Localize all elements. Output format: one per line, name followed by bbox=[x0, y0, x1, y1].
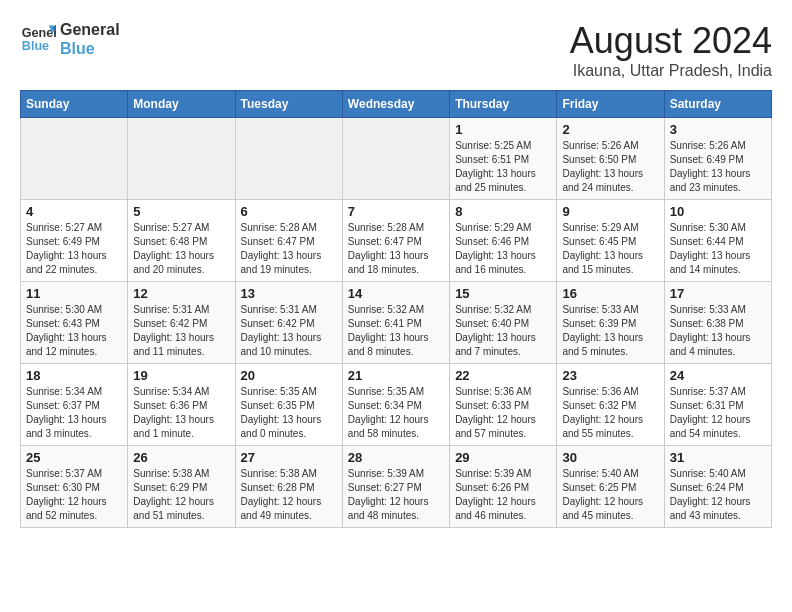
calendar-cell bbox=[128, 118, 235, 200]
day-number: 12 bbox=[133, 286, 229, 301]
logo-icon: General Blue bbox=[20, 21, 56, 57]
header-thursday: Thursday bbox=[450, 91, 557, 118]
day-number: 18 bbox=[26, 368, 122, 383]
calendar-cell: 16Sunrise: 5:33 AMSunset: 6:39 PMDayligh… bbox=[557, 282, 664, 364]
calendar-cell: 18Sunrise: 5:34 AMSunset: 6:37 PMDayligh… bbox=[21, 364, 128, 446]
day-info: Sunrise: 5:31 AMSunset: 6:42 PMDaylight:… bbox=[133, 303, 229, 359]
day-number: 9 bbox=[562, 204, 658, 219]
day-info: Sunrise: 5:28 AMSunset: 6:47 PMDaylight:… bbox=[241, 221, 337, 277]
calendar-cell: 11Sunrise: 5:30 AMSunset: 6:43 PMDayligh… bbox=[21, 282, 128, 364]
calendar-cell: 20Sunrise: 5:35 AMSunset: 6:35 PMDayligh… bbox=[235, 364, 342, 446]
calendar-cell: 14Sunrise: 5:32 AMSunset: 6:41 PMDayligh… bbox=[342, 282, 449, 364]
day-info: Sunrise: 5:26 AMSunset: 6:50 PMDaylight:… bbox=[562, 139, 658, 195]
calendar-cell bbox=[342, 118, 449, 200]
calendar-cell bbox=[21, 118, 128, 200]
calendar-cell: 8Sunrise: 5:29 AMSunset: 6:46 PMDaylight… bbox=[450, 200, 557, 282]
calendar-cell: 26Sunrise: 5:38 AMSunset: 6:29 PMDayligh… bbox=[128, 446, 235, 528]
day-number: 6 bbox=[241, 204, 337, 219]
day-info: Sunrise: 5:26 AMSunset: 6:49 PMDaylight:… bbox=[670, 139, 766, 195]
day-number: 10 bbox=[670, 204, 766, 219]
day-info: Sunrise: 5:36 AMSunset: 6:33 PMDaylight:… bbox=[455, 385, 551, 441]
page-title: August 2024 bbox=[570, 20, 772, 62]
day-info: Sunrise: 5:40 AMSunset: 6:24 PMDaylight:… bbox=[670, 467, 766, 523]
day-info: Sunrise: 5:39 AMSunset: 6:27 PMDaylight:… bbox=[348, 467, 444, 523]
calendar-cell: 13Sunrise: 5:31 AMSunset: 6:42 PMDayligh… bbox=[235, 282, 342, 364]
day-number: 3 bbox=[670, 122, 766, 137]
day-info: Sunrise: 5:29 AMSunset: 6:46 PMDaylight:… bbox=[455, 221, 551, 277]
day-number: 22 bbox=[455, 368, 551, 383]
title-block: August 2024 Ikauna, Uttar Pradesh, India bbox=[570, 20, 772, 80]
day-number: 5 bbox=[133, 204, 229, 219]
calendar-cell: 21Sunrise: 5:35 AMSunset: 6:34 PMDayligh… bbox=[342, 364, 449, 446]
calendar-cell: 6Sunrise: 5:28 AMSunset: 6:47 PMDaylight… bbox=[235, 200, 342, 282]
day-info: Sunrise: 5:27 AMSunset: 6:49 PMDaylight:… bbox=[26, 221, 122, 277]
header-friday: Friday bbox=[557, 91, 664, 118]
day-info: Sunrise: 5:28 AMSunset: 6:47 PMDaylight:… bbox=[348, 221, 444, 277]
calendar-cell: 28Sunrise: 5:39 AMSunset: 6:27 PMDayligh… bbox=[342, 446, 449, 528]
header-tuesday: Tuesday bbox=[235, 91, 342, 118]
day-number: 17 bbox=[670, 286, 766, 301]
day-info: Sunrise: 5:40 AMSunset: 6:25 PMDaylight:… bbox=[562, 467, 658, 523]
day-number: 7 bbox=[348, 204, 444, 219]
calendar-cell: 19Sunrise: 5:34 AMSunset: 6:36 PMDayligh… bbox=[128, 364, 235, 446]
day-info: Sunrise: 5:30 AMSunset: 6:43 PMDaylight:… bbox=[26, 303, 122, 359]
day-info: Sunrise: 5:33 AMSunset: 6:39 PMDaylight:… bbox=[562, 303, 658, 359]
day-info: Sunrise: 5:32 AMSunset: 6:40 PMDaylight:… bbox=[455, 303, 551, 359]
day-info: Sunrise: 5:37 AMSunset: 6:30 PMDaylight:… bbox=[26, 467, 122, 523]
day-info: Sunrise: 5:37 AMSunset: 6:31 PMDaylight:… bbox=[670, 385, 766, 441]
header-sunday: Sunday bbox=[21, 91, 128, 118]
day-number: 23 bbox=[562, 368, 658, 383]
day-number: 15 bbox=[455, 286, 551, 301]
day-info: Sunrise: 5:27 AMSunset: 6:48 PMDaylight:… bbox=[133, 221, 229, 277]
svg-text:Blue: Blue bbox=[22, 39, 49, 53]
calendar-cell: 9Sunrise: 5:29 AMSunset: 6:45 PMDaylight… bbox=[557, 200, 664, 282]
day-info: Sunrise: 5:38 AMSunset: 6:29 PMDaylight:… bbox=[133, 467, 229, 523]
day-info: Sunrise: 5:39 AMSunset: 6:26 PMDaylight:… bbox=[455, 467, 551, 523]
day-number: 2 bbox=[562, 122, 658, 137]
logo-text-blue: Blue bbox=[60, 39, 120, 58]
day-info: Sunrise: 5:36 AMSunset: 6:32 PMDaylight:… bbox=[562, 385, 658, 441]
day-number: 26 bbox=[133, 450, 229, 465]
day-number: 30 bbox=[562, 450, 658, 465]
calendar-header-row: SundayMondayTuesdayWednesdayThursdayFrid… bbox=[21, 91, 772, 118]
header-saturday: Saturday bbox=[664, 91, 771, 118]
calendar-cell: 31Sunrise: 5:40 AMSunset: 6:24 PMDayligh… bbox=[664, 446, 771, 528]
calendar-cell: 24Sunrise: 5:37 AMSunset: 6:31 PMDayligh… bbox=[664, 364, 771, 446]
header-monday: Monday bbox=[128, 91, 235, 118]
day-number: 4 bbox=[26, 204, 122, 219]
day-info: Sunrise: 5:31 AMSunset: 6:42 PMDaylight:… bbox=[241, 303, 337, 359]
calendar-cell: 17Sunrise: 5:33 AMSunset: 6:38 PMDayligh… bbox=[664, 282, 771, 364]
day-number: 1 bbox=[455, 122, 551, 137]
day-info: Sunrise: 5:29 AMSunset: 6:45 PMDaylight:… bbox=[562, 221, 658, 277]
day-info: Sunrise: 5:33 AMSunset: 6:38 PMDaylight:… bbox=[670, 303, 766, 359]
calendar-cell: 29Sunrise: 5:39 AMSunset: 6:26 PMDayligh… bbox=[450, 446, 557, 528]
day-number: 14 bbox=[348, 286, 444, 301]
calendar-cell: 2Sunrise: 5:26 AMSunset: 6:50 PMDaylight… bbox=[557, 118, 664, 200]
day-number: 8 bbox=[455, 204, 551, 219]
day-number: 29 bbox=[455, 450, 551, 465]
day-info: Sunrise: 5:34 AMSunset: 6:36 PMDaylight:… bbox=[133, 385, 229, 441]
calendar-cell: 1Sunrise: 5:25 AMSunset: 6:51 PMDaylight… bbox=[450, 118, 557, 200]
calendar-week-row: 25Sunrise: 5:37 AMSunset: 6:30 PMDayligh… bbox=[21, 446, 772, 528]
day-info: Sunrise: 5:34 AMSunset: 6:37 PMDaylight:… bbox=[26, 385, 122, 441]
calendar-cell: 10Sunrise: 5:30 AMSunset: 6:44 PMDayligh… bbox=[664, 200, 771, 282]
calendar-week-row: 18Sunrise: 5:34 AMSunset: 6:37 PMDayligh… bbox=[21, 364, 772, 446]
day-info: Sunrise: 5:38 AMSunset: 6:28 PMDaylight:… bbox=[241, 467, 337, 523]
calendar-cell: 5Sunrise: 5:27 AMSunset: 6:48 PMDaylight… bbox=[128, 200, 235, 282]
header-wednesday: Wednesday bbox=[342, 91, 449, 118]
calendar-cell: 15Sunrise: 5:32 AMSunset: 6:40 PMDayligh… bbox=[450, 282, 557, 364]
calendar-table: SundayMondayTuesdayWednesdayThursdayFrid… bbox=[20, 90, 772, 528]
calendar-cell: 30Sunrise: 5:40 AMSunset: 6:25 PMDayligh… bbox=[557, 446, 664, 528]
logo: General Blue General Blue bbox=[20, 20, 120, 58]
calendar-cell: 3Sunrise: 5:26 AMSunset: 6:49 PMDaylight… bbox=[664, 118, 771, 200]
calendar-cell: 7Sunrise: 5:28 AMSunset: 6:47 PMDaylight… bbox=[342, 200, 449, 282]
day-number: 27 bbox=[241, 450, 337, 465]
day-number: 28 bbox=[348, 450, 444, 465]
page-subtitle: Ikauna, Uttar Pradesh, India bbox=[570, 62, 772, 80]
calendar-cell: 23Sunrise: 5:36 AMSunset: 6:32 PMDayligh… bbox=[557, 364, 664, 446]
day-number: 21 bbox=[348, 368, 444, 383]
day-info: Sunrise: 5:25 AMSunset: 6:51 PMDaylight:… bbox=[455, 139, 551, 195]
day-number: 25 bbox=[26, 450, 122, 465]
day-number: 19 bbox=[133, 368, 229, 383]
calendar-cell: 4Sunrise: 5:27 AMSunset: 6:49 PMDaylight… bbox=[21, 200, 128, 282]
